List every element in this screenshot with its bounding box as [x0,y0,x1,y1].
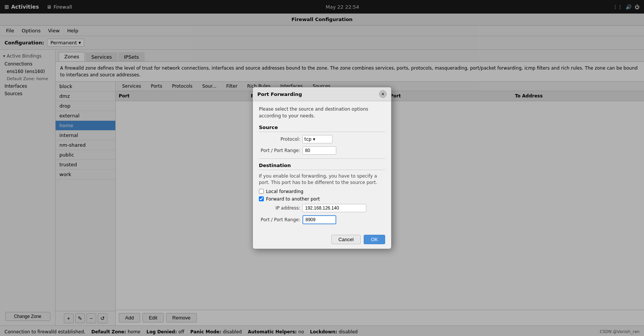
port-range-input[interactable] [302,146,336,155]
local-forwarding-checkbox[interactable] [259,189,264,194]
dialog-close-button[interactable]: ✕ [379,90,387,98]
cancel-button[interactable]: Cancel [331,235,361,244]
port-range2-row: Port / Port Range: [259,215,385,224]
port-range-label: Port / Port Range: [259,148,300,153]
protocol-select[interactable]: tcp ▾ [302,135,333,143]
protocol-row: Protocol: tcp ▾ [259,135,385,143]
ip-address-input[interactable] [302,204,366,212]
dialog-buttons: Cancel OK [253,232,391,249]
dialog-intro: Please select the source and destination… [259,106,385,119]
modal-overlay: Port Forwarding ✕ Please select the sour… [0,0,644,336]
local-forwarding-label: Local forwarding [266,189,303,194]
port-range-row: Port / Port Range: [259,146,385,155]
forward-another-label: Forward to another port [266,196,320,202]
forward-another-row: Forward to another port [259,196,385,202]
forward-another-checkbox[interactable] [259,196,264,201]
dialog-titlebar: Port Forwarding ✕ [253,87,391,101]
destination-description: If you enable local forwarding, you have… [259,173,385,186]
port-range2-input[interactable] [302,215,336,224]
select-arrow-icon: ▾ [313,137,315,142]
ip-address-label: IP address: [259,205,300,211]
port-range2-label: Port / Port Range: [259,217,300,222]
ip-address-row: IP address: [259,204,385,212]
dialog-title: Port Forwarding [257,91,302,97]
source-section-title: Source [259,125,385,132]
protocol-label: Protocol: [259,137,300,142]
port-forwarding-dialog: Port Forwarding ✕ Please select the sour… [252,87,392,249]
destination-section-title: Destination [259,163,385,170]
ok-button[interactable]: OK [364,235,385,244]
local-forwarding-row: Local forwarding [259,189,385,194]
